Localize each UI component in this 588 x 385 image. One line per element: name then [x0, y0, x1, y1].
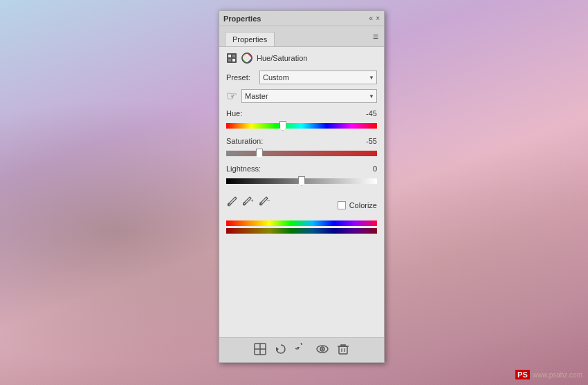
hue-label: Hue:: [226, 109, 242, 118]
add-adjustment-icon[interactable]: [254, 343, 266, 357]
svg-rect-1: [228, 55, 231, 57]
preset-row: Preset: Custom Default Strong Saturation…: [226, 71, 377, 84]
svg-point-17: [322, 348, 324, 350]
panel-titlebar: Properties « ×: [219, 11, 384, 26]
collapse-icon[interactable]: «: [369, 15, 374, 22]
svg-text:+: +: [250, 198, 254, 204]
spectrum-bar-original: [226, 220, 377, 226]
preset-select[interactable]: Custom Default Strong Saturation Sepia: [259, 71, 377, 84]
lightness-slider-container: [226, 174, 377, 188]
watermark: PS www.psahz.com: [515, 370, 582, 379]
hue-slider-container: [226, 119, 377, 133]
delete-icon[interactable]: [337, 343, 349, 357]
site-url: www.psahz.com: [533, 371, 582, 379]
panel-tabbar: Properties ≡: [219, 26, 384, 47]
properties-panel: Properties « × Properties ≡: [219, 10, 385, 363]
svg-rect-3: [228, 59, 231, 62]
preset-label: Preset:: [226, 73, 259, 82]
adjustment-title: Hue/Saturation: [257, 54, 307, 62]
lightness-section: Lightness: 0: [226, 165, 377, 188]
saturation-header: Saturation: -55: [226, 137, 377, 145]
target-select-icon[interactable]: ☞: [226, 88, 237, 104]
saturation-label: Saturation:: [226, 137, 263, 145]
reset-icon[interactable]: [275, 343, 287, 357]
tools-row: + −: [226, 196, 270, 209]
close-icon[interactable]: ×: [376, 15, 380, 22]
channel-row: ☞ Master Reds Yellows Greens Cyans Blues…: [226, 88, 377, 104]
hue-thumb[interactable]: [279, 121, 286, 131]
adjustment-header: Hue/Saturation: [226, 53, 377, 64]
svg-rect-2: [232, 55, 235, 57]
eyedropper-minus-icon[interactable]: −: [259, 196, 270, 209]
svg-rect-18: [339, 346, 347, 354]
saturation-section: Saturation: -55: [226, 137, 377, 160]
lightness-label: Lightness:: [226, 165, 261, 173]
panel-title: Properties: [223, 15, 261, 23]
panel-body: Hue/Saturation Preset: Custom Default St…: [219, 47, 384, 337]
lightness-track: [226, 178, 377, 184]
channel-select[interactable]: Master Reds Yellows Greens Cyans Blues M…: [241, 89, 377, 103]
ps-logo: PS: [515, 370, 530, 379]
titlebar-controls: « ×: [369, 15, 380, 22]
colorize-label: Colorize: [349, 201, 377, 209]
hue-sat-icon: [241, 53, 252, 64]
eyedropper-icon[interactable]: [226, 196, 237, 209]
tab-properties[interactable]: Properties: [225, 32, 275, 46]
saturation-track: [226, 151, 377, 156]
previous-state-icon[interactable]: [295, 343, 308, 357]
lightness-value: 0: [356, 165, 377, 173]
preset-select-wrapper: Custom Default Strong Saturation Sepia ▼: [259, 71, 377, 84]
svg-point-6: [242, 53, 252, 63]
eyedropper-plus-icon[interactable]: +: [243, 196, 254, 209]
colorize-row: Colorize: [338, 201, 377, 209]
lightness-thumb[interactable]: [298, 176, 305, 186]
hue-header: Hue: -45: [226, 109, 377, 118]
channel-select-wrapper: Master Reds Yellows Greens Cyans Blues M…: [241, 89, 377, 103]
panel-menu-icon[interactable]: ≡: [373, 31, 378, 46]
colorize-checkbox[interactable]: [338, 201, 346, 209]
hue-section: Hue: -45: [226, 109, 377, 133]
hue-track: [226, 123, 377, 129]
svg-rect-4: [232, 59, 235, 62]
saturation-value: -55: [356, 137, 377, 145]
saturation-thumb[interactable]: [256, 149, 263, 158]
lightness-header: Lightness: 0: [226, 165, 377, 173]
hue-value: -45: [356, 109, 377, 118]
svg-text:−: −: [267, 198, 270, 204]
layer-icon: [226, 53, 237, 64]
saturation-slider-container: [226, 147, 377, 160]
visibility-icon[interactable]: [316, 343, 329, 357]
spectrum-bar-adjusted: [226, 228, 377, 234]
panel-footer: [219, 337, 384, 362]
